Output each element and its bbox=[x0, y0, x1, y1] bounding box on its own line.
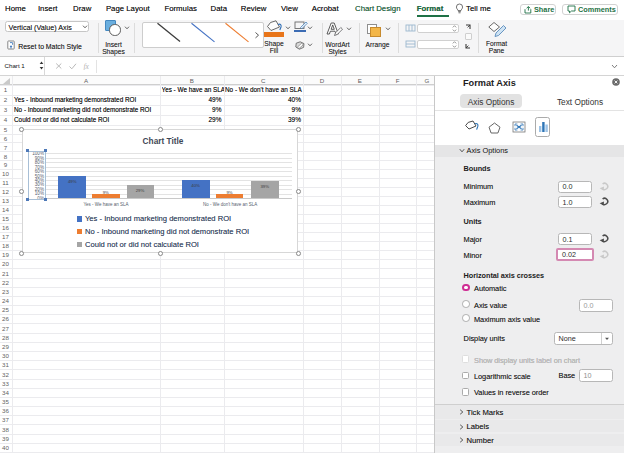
svg-text:fx: fx bbox=[84, 62, 90, 70]
